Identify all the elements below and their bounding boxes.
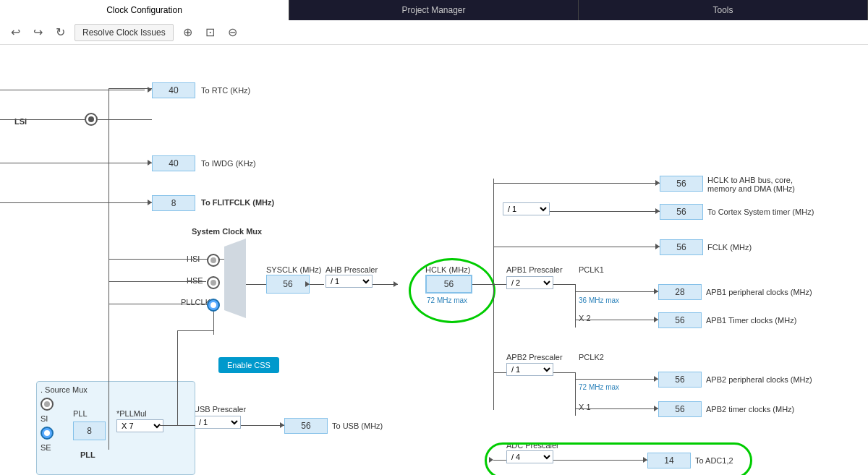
pclk1-max-label: 36 MHz max: [579, 296, 619, 304]
hse-label: HSE: [187, 276, 203, 285]
hclk-ahb-label: HCLK to AHB bus, core,: [707, 176, 793, 184]
hclk-vertical-main: [493, 179, 494, 410]
lsi-line: [0, 119, 85, 120]
toolbar: ↩ ↪ ↻ Resolve Clock Issues ⊕ ⊡ ⊖: [0, 20, 868, 45]
apb1-vertical: [575, 284, 576, 328]
pllclk-label: PLLCLK: [181, 298, 210, 307]
sysclk-line-right: [310, 284, 324, 285]
zoom-out-button[interactable]: ⊖: [224, 24, 241, 40]
x1-label: X 1: [579, 403, 591, 411]
tab-project-manager[interactable]: Project Manager: [289, 0, 579, 20]
usb-value-box[interactable]: 56: [284, 418, 328, 434]
hclk-value-box[interactable]: 56: [425, 275, 472, 294]
cortex-value-box[interactable]: 56: [660, 204, 703, 220]
pll-area: . Source Mux SI SE 8 PLL *PLLMul X 7 PLL: [36, 381, 195, 475]
undo-button[interactable]: ↩: [7, 24, 24, 40]
div1-select[interactable]: / 1: [503, 202, 550, 215]
hclk-out-line: [472, 284, 494, 285]
usb-prescaler-select[interactable]: / 1: [194, 416, 241, 429]
hclk-ahb-label2: memory and DMA (MHz): [707, 184, 795, 193]
apb1-timer-label: APB1 Timer clocks (MHz): [706, 316, 796, 325]
hclk-max-label: 72 MHz max: [427, 296, 467, 304]
hse-line: [109, 281, 206, 282]
pllclk-line-v: [213, 312, 214, 335]
apb1-timer-line: [575, 320, 658, 320]
sysclk-line-left: [246, 284, 266, 285]
fclk-line: [493, 247, 660, 247]
adc-value-box[interactable]: 14: [647, 453, 691, 468]
apb1-in-line: [493, 284, 506, 285]
apb2-label: APB2 peripheral clocks (MHz): [706, 375, 812, 384]
apb2-prescaler-label: APB2 Prescaler: [506, 353, 563, 361]
source-se-label: SE: [41, 443, 51, 452]
main-line-iwdg: [109, 163, 152, 163]
pllclk-line: [109, 304, 206, 304]
apb2-timer-value-box[interactable]: 56: [658, 401, 702, 417]
adc-label: To ADC1,2: [695, 456, 733, 465]
flitfclk-value-box[interactable]: 8: [152, 195, 195, 211]
iwdg-label: To IWDG (KHz): [201, 159, 256, 168]
apb2-timer-label: APB2 timer clocks (MHz): [706, 405, 794, 414]
x2-label: X 2: [579, 314, 591, 322]
fclk-label: FCLK (MHz): [707, 243, 752, 252]
hclk-ahb-line: [493, 183, 660, 184]
refresh-button[interactable]: ↻: [52, 24, 69, 40]
usb-out-line: [241, 425, 284, 426]
adc-prescaler-select[interactable]: / 4: [506, 450, 553, 463]
apb2-value-box[interactable]: 56: [658, 372, 702, 388]
cortex-line: [550, 211, 660, 212]
apb2-in-line: [493, 372, 506, 373]
ahb-prescaler-select[interactable]: / 1: [326, 275, 373, 288]
adc-in-line: [493, 460, 506, 461]
clock-diagram: 40 To RTC (KHz) LSI 40 To IWDG (KHz) 8 T…: [0, 45, 868, 475]
sysclk-arrow: [305, 281, 310, 287]
fit-button[interactable]: ⊡: [202, 24, 218, 40]
pclk2-label: PCLK2: [579, 353, 604, 361]
pll-mux-line-h: [177, 330, 213, 331]
apb1-timer-value-box[interactable]: 56: [658, 312, 702, 328]
pll-mul-select[interactable]: X 7: [116, 419, 163, 432]
system-clock-mux-label: System Clock Mux: [192, 227, 262, 236]
apb2-out-line: [553, 372, 575, 373]
enable-css-button[interactable]: Enable CSS: [218, 357, 279, 373]
pclk1-label: PCLK1: [579, 265, 604, 274]
cortex-label: To Cortex System timer (MHz): [707, 207, 814, 216]
redo-button[interactable]: ↪: [30, 24, 46, 40]
iwdg-value-box[interactable]: 40: [152, 155, 195, 171]
tab-tools[interactable]: Tools: [579, 0, 868, 20]
apb1-prescaler-label: APB1 Prescaler: [506, 265, 563, 274]
fclk-value-box[interactable]: 56: [660, 239, 703, 255]
pll-label: PLL: [73, 409, 88, 418]
rtc-label: To RTC (KHz): [201, 86, 250, 95]
hse-circle: [207, 276, 220, 289]
ahb-arrow: [393, 281, 398, 287]
source-mux-label: . Source Mux: [41, 385, 88, 394]
hclk-label: HCLK (MHz): [425, 265, 470, 274]
flitfclk-label: To FLITFCLK (MHz): [201, 198, 274, 207]
main-vertical-left: [109, 88, 109, 450]
apb2-prescaler-select[interactable]: / 1: [506, 363, 553, 376]
zoom-in-button[interactable]: ⊕: [179, 24, 196, 40]
sysclk-label: SYSCLK (MHz): [266, 265, 321, 274]
resolve-clock-issues-button[interactable]: Resolve Clock Issues: [75, 24, 174, 41]
apb1-value-box[interactable]: 28: [658, 284, 702, 300]
apb2-timer-line: [575, 408, 658, 409]
header-tabs: Clock Configuration Project Manager Tool…: [0, 0, 868, 20]
rtc-line: [0, 90, 145, 90]
source-si-circle: [41, 398, 54, 411]
apb1-peri-line: [575, 291, 658, 292]
pll-to-mux-line: [159, 425, 195, 426]
lsi-circle: [85, 113, 98, 126]
pll-bottom-label: PLL: [80, 450, 95, 459]
source-se-circle: [41, 427, 54, 440]
pll-input-value-box[interactable]: 8: [73, 421, 106, 440]
apb1-prescaler-select[interactable]: / 2: [506, 276, 553, 289]
pllclk-circle: [207, 299, 220, 312]
lsi-line2: [98, 119, 152, 120]
adc-in-arrow: [489, 457, 493, 463]
usb-prescaler-label: USB Prescaler: [194, 405, 246, 414]
tab-clock-configuration[interactable]: Clock Configuration: [0, 0, 289, 20]
rtc-value-box[interactable]: 40: [152, 82, 195, 98]
hclk-ahb-value-box[interactable]: 56: [660, 176, 703, 192]
sysclk-value-box[interactable]: 56: [266, 275, 310, 294]
